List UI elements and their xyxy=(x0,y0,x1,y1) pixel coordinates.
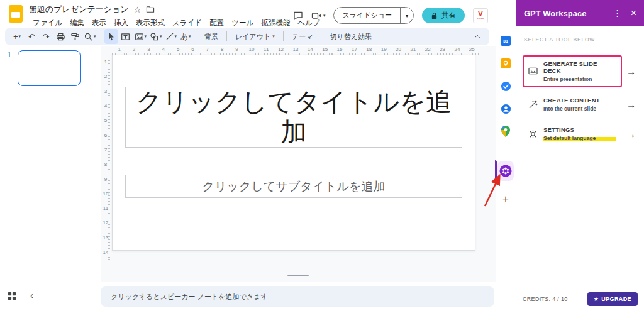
ruler-tick: 14 xyxy=(303,46,318,55)
menu-item[interactable]: スライド xyxy=(169,17,206,29)
close-icon[interactable]: × xyxy=(631,8,636,19)
canvas-area: 1234567891011121314151617181920212223242… xyxy=(101,46,496,282)
share-label: 共有 xyxy=(441,11,456,20)
ruler-tick: 8 xyxy=(215,46,230,55)
tool-row-generate-slide-deck: GENERATE SLIDE DECK Entire presentation … xyxy=(523,55,638,87)
ruler-tick: 15 xyxy=(318,46,332,55)
toolbar-separator xyxy=(321,31,321,41)
upgrade-button[interactable]: ★ UPGRADE xyxy=(587,292,638,306)
collapse-filmstrip-icon[interactable]: ‹ xyxy=(30,290,33,300)
ruler-tick: 13 xyxy=(288,46,303,55)
insert-image-button[interactable]: ▾ xyxy=(133,29,148,44)
ruler-tick: 8 xyxy=(101,157,110,172)
menu-item[interactable]: ツール xyxy=(228,17,257,29)
title-placeholder[interactable]: クリックしてタイトルを追加 xyxy=(125,87,462,148)
calendar-addon-button[interactable]: 31 xyxy=(500,35,511,46)
insert-line-button[interactable]: ▾ xyxy=(164,29,179,44)
calendar-icon: 31 xyxy=(501,36,511,46)
panel-body: SELECT A TOOL BELOW GENERATE SLIDE DECK … xyxy=(516,26,644,286)
new-slide-button[interactable]: +▾ xyxy=(10,29,24,44)
slide-canvas[interactable]: クリックしてタイトルを追加 クリックしてサブタイトルを追加 xyxy=(112,55,475,251)
gpt-workspace-panel: GPT Workspace ⋮ × SELECT A TOOL BELOW GE… xyxy=(516,0,644,311)
ruler-tick: 18 xyxy=(362,46,376,55)
menu-item[interactable]: 編集 xyxy=(66,17,88,29)
textbox-button[interactable] xyxy=(119,29,133,44)
text-options-button[interactable]: あ ▾ xyxy=(179,29,192,44)
generate-slide-deck-button[interactable]: GENERATE SLIDE DECK Entire presentation xyxy=(523,55,622,87)
tasks-addon-button[interactable] xyxy=(500,80,511,92)
ruler-tick: 2 xyxy=(101,69,110,84)
ruler-tick: 24 xyxy=(450,46,464,55)
toolbar-separator xyxy=(101,31,101,41)
speaker-notes-input[interactable]: クリックするとスピーカー ノートを追加できます xyxy=(101,286,494,307)
print-button[interactable] xyxy=(53,29,67,44)
arrow-right-icon[interactable]: → xyxy=(622,99,638,110)
menu-item[interactable]: ファイル xyxy=(29,17,66,29)
select-tool-label: SELECT A TOOL BELOW xyxy=(524,36,638,43)
notes-resize-handle[interactable] xyxy=(287,275,309,276)
topbar-actions: ▾ スライドショー ▾ 共有 V stone xyxy=(293,4,488,24)
settings-button[interactable]: SETTINGS Set default language xyxy=(523,121,622,146)
create-content-button[interactable]: CREATE CONTENT Into the current slide xyxy=(523,92,622,117)
slideshow-label[interactable]: スライドショー xyxy=(334,8,400,23)
menu-item[interactable]: 配置 xyxy=(206,17,228,29)
star-icon[interactable]: ☆ xyxy=(134,5,142,14)
subtitle-placeholder[interactable]: クリックしてサブタイトルを追加 xyxy=(125,175,462,198)
undo-button[interactable]: ↶ xyxy=(25,29,38,44)
share-button[interactable]: 共有 xyxy=(422,8,465,23)
comments-icon[interactable] xyxy=(293,11,303,21)
menu-item[interactable]: 表示 xyxy=(88,17,110,29)
redo-button[interactable]: ↷ xyxy=(39,29,53,44)
arrow-right-icon[interactable]: → xyxy=(622,66,638,77)
ruler-tick: 11 xyxy=(101,201,110,216)
keep-icon xyxy=(501,58,511,68)
ruler-tick: 6 xyxy=(101,128,110,142)
arrow-right-icon[interactable]: → xyxy=(622,129,638,139)
ruler-tick: 7 xyxy=(200,46,214,55)
keep-addon-button[interactable] xyxy=(500,58,511,69)
tasks-icon xyxy=(501,81,511,92)
slide-deck-icon xyxy=(528,67,538,75)
move-to-folder-icon[interactable] xyxy=(146,6,155,13)
layout-button[interactable]: レイアウト▾ xyxy=(230,29,280,44)
hide-menus-button[interactable] xyxy=(470,29,484,44)
gear-icon xyxy=(528,129,538,139)
background-button[interactable]: 背景 xyxy=(199,29,223,44)
ruler-tick: 22 xyxy=(421,46,435,55)
slide-thumbnail-1[interactable] xyxy=(18,50,80,86)
kebab-menu-icon[interactable]: ⋮ xyxy=(613,8,622,18)
slideshow-button[interactable]: スライドショー ▾ xyxy=(333,7,414,24)
workspace: 1 12345678910111213141516171819202122232… xyxy=(0,46,496,282)
get-addons-button[interactable]: + xyxy=(502,194,509,204)
grid-view-icon[interactable] xyxy=(8,292,16,303)
insert-shape-button[interactable]: ▾ xyxy=(148,29,164,44)
ruler-tick: 10 xyxy=(244,46,258,55)
avatar[interactable]: V stone xyxy=(473,8,488,23)
topbar: 無題のプレゼンテーション ☆ ファイル編集表示挿入表示形式スライド配置ツール拡張… xyxy=(0,0,496,28)
slideshow-options-caret[interactable]: ▾ xyxy=(400,8,413,23)
paint-format-button[interactable] xyxy=(68,29,82,44)
h-ruler: 1234567891011121314151617181920212223242… xyxy=(112,46,479,55)
zoom-button[interactable]: ▾ xyxy=(82,29,97,44)
menu-bar: ファイル編集表示挿入表示形式スライド配置ツール拡張機能ヘルプ xyxy=(29,17,293,29)
gpt-workspace-icon xyxy=(499,165,512,177)
ruler-tick: 11 xyxy=(259,46,274,55)
maps-addon-button[interactable] xyxy=(500,126,511,137)
ruler-tick: 16 xyxy=(332,46,347,55)
doc-title[interactable]: 無題のプレゼンテーション xyxy=(29,4,129,15)
select-tool-button[interactable] xyxy=(104,29,118,44)
contacts-addon-button[interactable] xyxy=(500,103,511,114)
gpt-workspace-addon-button[interactable] xyxy=(497,161,514,181)
meet-camera-icon[interactable]: ▾ xyxy=(311,11,326,20)
menu-item[interactable]: 拡張機能 xyxy=(257,17,294,29)
ruler-tick: 1 xyxy=(101,55,110,69)
transition-button[interactable]: 切り替え効果 xyxy=(325,29,377,44)
chevron-down-icon[interactable]: ▾ xyxy=(323,13,326,18)
theme-button[interactable]: テーマ xyxy=(287,29,318,44)
slides-logo[interactable] xyxy=(9,5,23,23)
tool-row-settings: SETTINGS Set default language → xyxy=(523,121,638,146)
ruler-tick: 17 xyxy=(347,46,362,55)
menu-item[interactable]: 挿入 xyxy=(110,17,132,29)
menu-item[interactable]: 表示形式 xyxy=(132,17,169,29)
ruler-tick: 7 xyxy=(101,143,110,157)
